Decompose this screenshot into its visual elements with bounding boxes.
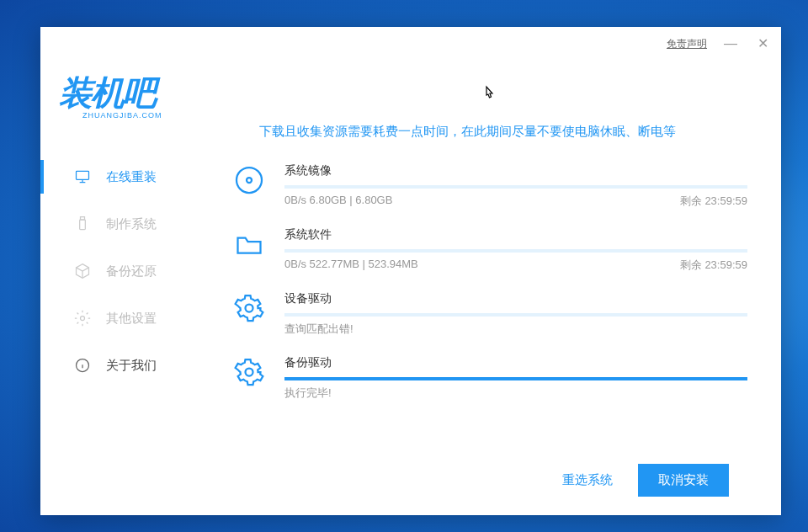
sidebar: 装机吧 ZHUANGJIBA.COM 在线重装 制作系统 备份还原 (40, 61, 234, 515)
logo: 装机吧 ZHUANGJIBA.COM (40, 61, 234, 153)
nav-about-us[interactable]: 关于我们 (40, 342, 234, 389)
window-body: 装机吧 ZHUANGJIBA.COM 在线重装 制作系统 备份还原 (40, 61, 781, 515)
titlebar: 免责声明 — ✕ (40, 27, 781, 61)
folder-icon (234, 229, 264, 259)
task-left-info: 执行完毕! (284, 386, 332, 401)
nav-other-settings[interactable]: 其他设置 (40, 295, 234, 342)
svg-rect-2 (81, 217, 85, 220)
nav-label: 备份还原 (106, 263, 157, 279)
notice-text: 下载且收集资源需要耗费一点时间，在此期间尽量不要使电脑休眠、断电等 (234, 124, 747, 140)
svg-rect-1 (80, 220, 86, 230)
task-left-info: 0B/s 6.80GB | 6.80GB (284, 194, 392, 209)
progress-bar (284, 313, 747, 317)
task-right-info: 剩余 23:59:59 (680, 258, 747, 273)
svg-point-3 (81, 317, 85, 321)
task-title: 设备驱动 (284, 291, 747, 306)
task-right-info: 剩余 23:59:59 (680, 194, 747, 209)
nav-online-reinstall[interactable]: 在线重装 (40, 153, 234, 200)
gear-icon (234, 293, 264, 323)
gear-icon (234, 357, 264, 387)
footer: 重选系统 取消安装 (234, 452, 747, 515)
nav-backup-restore[interactable]: 备份还原 (40, 247, 234, 295)
cancel-install-button[interactable]: 取消安装 (638, 464, 729, 497)
nav-make-system[interactable]: 制作系统 (40, 200, 234, 247)
usb-icon (74, 215, 91, 232)
task-system-software: 系统软件 0B/s 522.77MB | 523.94MB 剩余 23:59:5… (234, 227, 747, 273)
svg-point-7 (246, 305, 253, 312)
close-button[interactable]: ✕ (754, 37, 771, 51)
task-backup-driver: 备份驱动 执行完毕! (234, 355, 747, 401)
monitor-icon (74, 168, 91, 185)
task-title: 系统镜像 (284, 163, 747, 178)
nav-label: 制作系统 (106, 216, 157, 232)
svg-point-6 (247, 178, 252, 183)
nav-label: 其他设置 (106, 311, 157, 327)
app-window: 免责声明 — ✕ 装机吧 ZHUANGJIBA.COM 在线重装 制作系统 (40, 27, 781, 515)
content-area: 下载且收集资源需要耗费一点时间，在此期间尽量不要使电脑休眠、断电等 系统镜像 0… (234, 61, 781, 515)
svg-point-8 (246, 369, 253, 376)
logo-text: 装机吧 (59, 76, 215, 109)
minimize-button[interactable]: — (722, 37, 739, 51)
progress-bar (284, 249, 747, 253)
disclaimer-link[interactable]: 免责声明 (667, 37, 707, 51)
task-left-info: 查询匹配出错! (284, 322, 354, 337)
progress-bar (284, 377, 747, 380)
task-system-image: 系统镜像 0B/s 6.80GB | 6.80GB 剩余 23:59:59 (234, 163, 747, 209)
task-list: 系统镜像 0B/s 6.80GB | 6.80GB 剩余 23:59:59 系统… (234, 163, 747, 452)
cube-icon (74, 263, 91, 279)
nav-label: 关于我们 (106, 358, 157, 374)
gear-icon (74, 310, 91, 327)
logo-subtext: ZHUANGJIBA.COM (82, 111, 215, 120)
info-icon (74, 357, 91, 374)
disc-icon (234, 165, 264, 195)
svg-point-5 (237, 168, 262, 193)
task-device-driver: 设备驱动 查询匹配出错! (234, 291, 747, 337)
reselect-system-link[interactable]: 重选系统 (562, 472, 613, 488)
nav-label: 在线重装 (106, 169, 157, 185)
progress-bar (284, 185, 747, 189)
task-title: 系统软件 (284, 227, 747, 242)
svg-rect-0 (77, 171, 89, 179)
task-left-info: 0B/s 522.77MB | 523.94MB (284, 258, 418, 273)
task-title: 备份驱动 (284, 355, 747, 370)
